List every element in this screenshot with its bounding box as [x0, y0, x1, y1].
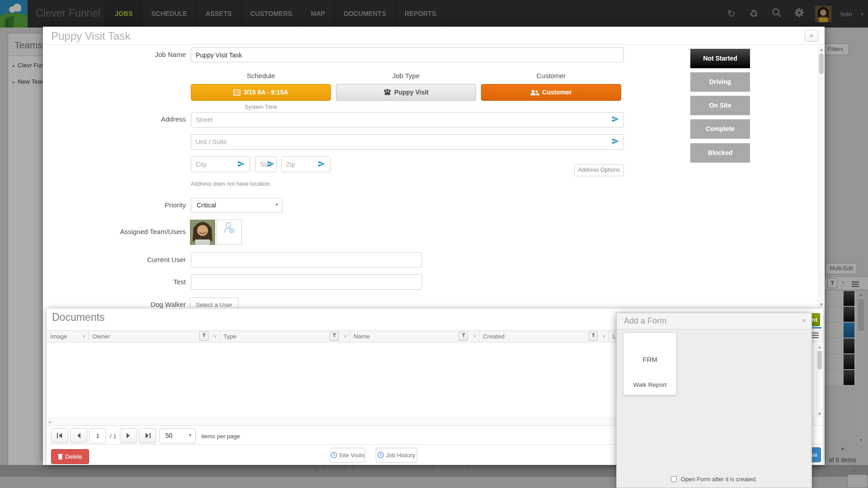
documents-scrollbar[interactable]: ▲ ▼: [816, 344, 822, 417]
status-not-started-button[interactable]: Not Started: [690, 49, 750, 68]
column-header-image[interactable]: Image ˅: [47, 331, 89, 342]
scroll-up-icon[interactable]: ▲: [817, 345, 822, 349]
locate-unit-icon[interactable]: [612, 138, 619, 146]
scroll-up-icon[interactable]: ▲: [819, 47, 824, 52]
test-input[interactable]: [191, 274, 422, 290]
column-header-owner[interactable]: Owner ˅: [89, 331, 220, 342]
open-form-option: Open Form after it is created.: [617, 476, 811, 483]
filter-funnel-icon[interactable]: [459, 332, 468, 341]
dropdown-arrow-icon: ▾: [189, 432, 191, 437]
scrollbar-thumb[interactable]: [817, 351, 822, 370]
chevron-down-icon[interactable]: ˅: [344, 331, 347, 342]
column-header-created[interactable]: Created ˅: [479, 331, 609, 342]
scrollbar-thumb[interactable]: [819, 53, 824, 74]
priority-value: Critical: [197, 202, 216, 209]
dog-walker-label: Dog Walker: [43, 300, 186, 308]
add-user-icon: [223, 221, 235, 234]
assigned-user-avatar[interactable]: [190, 220, 215, 245]
filter-funnel-icon[interactable]: [589, 332, 598, 341]
system-time-note: System Time: [191, 104, 331, 110]
prev-page-button[interactable]: [70, 428, 87, 443]
current-user-input[interactable]: [191, 252, 422, 267]
form-card-code: FRM: [623, 356, 676, 363]
chevron-down-icon[interactable]: ˅: [603, 331, 606, 342]
page-total-label: / 1: [110, 433, 116, 440]
chevron-down-icon[interactable]: ˅: [214, 331, 217, 342]
priority-label: Priority: [43, 201, 186, 209]
next-page-button[interactable]: [120, 428, 137, 443]
calendar-icon: [233, 89, 241, 96]
column-header-name[interactable]: Name ˅: [350, 331, 479, 342]
job-modal-title: Puppy Visit Task: [51, 30, 130, 42]
close-icon[interactable]: ×: [805, 30, 818, 42]
status-blocked-button[interactable]: Blocked: [690, 143, 750, 163]
column-header-type[interactable]: Type ˅: [220, 331, 350, 342]
page-size-select[interactable]: 50 ▾: [160, 428, 196, 443]
items-per-page-label: items per page: [201, 433, 240, 440]
add-form-title: Add a Form: [624, 316, 666, 326]
filter-funnel-icon[interactable]: [330, 332, 339, 341]
status-driving-button[interactable]: Driving: [690, 72, 750, 92]
clock-icon: [331, 452, 337, 458]
filter-funnel-icon[interactable]: [199, 332, 208, 341]
close-icon[interactable]: ×: [802, 316, 806, 325]
form-scrollbar[interactable]: ▲ ▼: [818, 47, 824, 308]
form-card-walk-report[interactable]: FRM Walk Report: [623, 333, 676, 395]
address-label: Address: [43, 115, 186, 123]
job-history-button[interactable]: Job History: [376, 448, 417, 463]
schedule-button[interactable]: 3/15 8A - 9:15A: [191, 84, 331, 101]
job-type-label: Job Type: [336, 72, 476, 80]
add-form-header: Add a Form ×: [617, 313, 811, 329]
paw-icon: [383, 89, 392, 96]
scroll-down-icon[interactable]: ▼: [817, 412, 822, 416]
first-page-button[interactable]: [51, 428, 68, 443]
locate-city-icon[interactable]: [237, 160, 245, 169]
open-form-checkbox-label: Open Form after it is created.: [681, 476, 757, 483]
page-size-value: 50: [165, 432, 173, 439]
screen: Clever Funnel JOBS SCHEDULE ASSETS CUSTO…: [0, 0, 868, 488]
job-name-input[interactable]: [191, 47, 624, 62]
job-modal-header: Puppy Visit Task ×: [43, 27, 825, 45]
delete-button[interactable]: Delete: [51, 449, 89, 464]
dropdown-arrow-icon: ▾: [276, 202, 278, 207]
documents-title: Documents: [52, 311, 104, 324]
open-form-checkbox[interactable]: [671, 476, 677, 482]
clock-icon: [377, 452, 384, 458]
current-user-label: Current User: [43, 256, 186, 263]
customers-icon: [530, 89, 539, 96]
street-input[interactable]: [191, 112, 624, 127]
customer-button[interactable]: Customer: [481, 84, 621, 101]
last-page-button[interactable]: [139, 428, 156, 443]
job-name-label: Job Name: [43, 51, 186, 58]
job-type-button[interactable]: Puppy Visit: [336, 84, 476, 101]
trash-icon: [58, 454, 63, 460]
locate-address-icon[interactable]: [612, 116, 619, 124]
scroll-down-icon[interactable]: ▼: [819, 302, 824, 307]
address-options-button[interactable]: Address Options: [574, 164, 624, 176]
form-card-name: Walk Report: [623, 381, 676, 388]
add-form-panel: Add a Form × FRM Walk Report Open Form a…: [616, 313, 812, 488]
status-on-site-button[interactable]: On Site: [690, 96, 750, 115]
grid-menu-icon[interactable]: [811, 331, 819, 339]
page-number-input[interactable]: [89, 428, 106, 443]
scroll-left-icon[interactable]: ◂: [48, 419, 51, 424]
schedule-label: Schedule: [191, 72, 331, 80]
priority-select[interactable]: Critical ▾: [191, 198, 283, 213]
locate-state-icon[interactable]: [267, 160, 275, 169]
locate-zip-icon[interactable]: [318, 160, 326, 169]
customer-label: Customer: [481, 72, 621, 80]
assigned-team-label: Assigned Team/Users: [43, 228, 186, 235]
site-visits-button[interactable]: Site Visits: [330, 448, 365, 463]
chevron-down-icon[interactable]: ˅: [83, 331, 85, 342]
unit-suite-input[interactable]: [191, 134, 624, 150]
chevron-down-icon[interactable]: ˅: [473, 331, 476, 342]
address-location-note: Address does not have location.: [191, 181, 271, 187]
status-complete-button[interactable]: Complete: [690, 119, 750, 139]
test-label: Test: [43, 278, 186, 286]
add-user-button[interactable]: [217, 220, 242, 245]
